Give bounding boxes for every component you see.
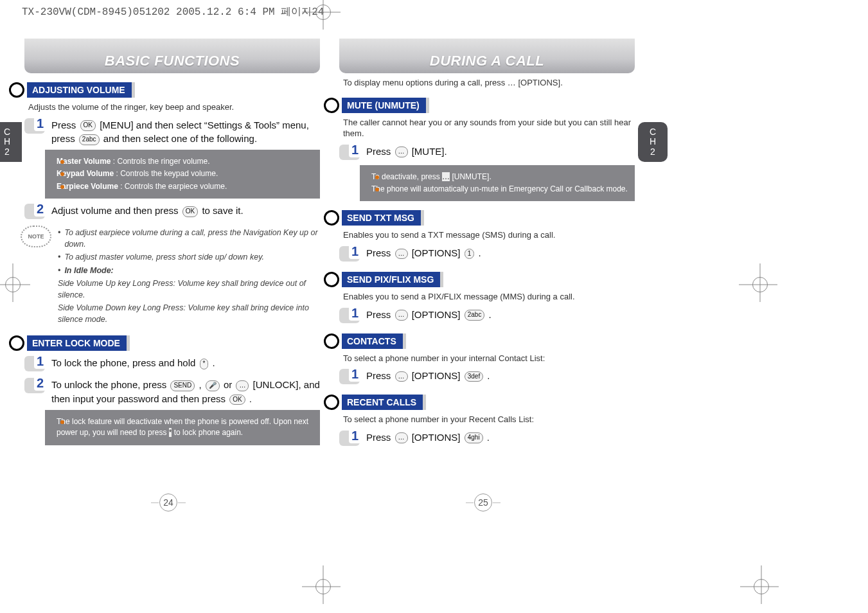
step-text: Press … [OPTIONS] 1 . <box>366 246 481 260</box>
star-key-icon: * <box>169 428 172 437</box>
step-number-icon: 2 <box>24 378 45 395</box>
ok-key-icon: OK <box>229 395 245 405</box>
section-header: SEND PIX/FLIX MSG <box>324 272 635 287</box>
chapter-tab: C H 2 <box>638 122 668 162</box>
step-number-icon: 1 <box>339 145 360 161</box>
section-description: Adjusts the volume of the ringer, key be… <box>28 102 320 113</box>
bullet-icon <box>324 210 339 226</box>
send-key-icon: SEND <box>170 380 195 391</box>
section-title: ENTER LOCK MODE <box>27 335 127 351</box>
ok-key-icon: OK <box>182 206 198 217</box>
key-1-icon: 1 <box>465 249 475 260</box>
bullet-icon <box>324 98 339 113</box>
section-title: RECENT CALLS <box>342 395 423 410</box>
step: 2 To unlock the phone, press SEND , 🎤 or… <box>24 378 320 406</box>
step-number-icon: 1 <box>339 308 360 324</box>
section-description: Enables you to send a TXT message (SMS) … <box>343 229 635 241</box>
section-title: SEND PIX/FLIX MSG <box>342 272 440 287</box>
step-number-icon: 1 <box>339 431 360 447</box>
soft-key-icon: … <box>395 249 408 260</box>
key-2-icon: 2abc <box>79 134 100 145</box>
step-number-icon: 1 <box>339 246 360 263</box>
info-text: The phone will automatically un-mute in … <box>371 184 628 193</box>
step-number-icon: 1 <box>24 118 45 135</box>
soft-key-icon: … <box>395 147 408 157</box>
section-header: CONTACTS <box>324 333 635 349</box>
chapter-h: H <box>4 137 10 147</box>
step: 1 Press … [MUTE]. <box>339 145 635 161</box>
page-left: C H 2 BASIC FUNCTIONS ADJUSTING VOLUME A… <box>24 39 320 451</box>
key-3-icon: 3def <box>465 371 483 382</box>
note: NOTE •To adjust earpiece volume during a… <box>21 226 320 326</box>
page-number: 25 <box>474 493 492 511</box>
soft-key-icon: … <box>395 371 408 382</box>
step-text: To lock the phone, press and hold * . <box>51 356 215 370</box>
bullet-icon <box>324 395 339 410</box>
section-description: To select a phone number in your interna… <box>343 353 635 364</box>
step-text: To unlock the phone, press SEND , 🎤 or …… <box>51 378 320 406</box>
page-right: C H 2 DURING A CALL To display menu opti… <box>339 39 635 451</box>
section-header: SEND TXT MSG <box>324 210 635 226</box>
note-icon: NOTE <box>21 226 51 247</box>
step: 1 Press … [OPTIONS] 1 . <box>339 246 635 263</box>
page-title: DURING A CALL <box>339 39 635 73</box>
chapter-c: C <box>4 127 10 137</box>
register-mark-icon <box>753 578 770 595</box>
key-4-icon: 4ghi <box>465 432 483 443</box>
page-number: 24 <box>159 493 177 511</box>
section-header: ADJUSTING VOLUME <box>9 82 320 98</box>
section-title: MUTE (UNMUTE) <box>342 98 426 113</box>
soft-key-icon: … <box>442 172 450 181</box>
step: 1 To lock the phone, press and hold * . <box>24 356 320 373</box>
info-text: : Controls the earpiece volume. <box>118 182 227 191</box>
step: 1 Press … [OPTIONS] 4ghi . <box>339 431 635 447</box>
note-text: •To adjust earpiece volume during a call… <box>58 226 320 326</box>
crop-header: TX-230VW(CDM-8945)051202 2005.12.2 6:4 P… <box>0 0 868 19</box>
step-text: Press … [MUTE]. <box>366 145 447 159</box>
section-header: MUTE (UNMUTE) <box>324 98 635 113</box>
info-term: Earpiece Volume <box>57 182 118 191</box>
info-text: : Controls the ringer volume. <box>111 157 209 166</box>
section-title: ADJUSTING VOLUME <box>27 82 132 98</box>
step: 2 Adjust volume and then press OK to sav… <box>24 204 320 220</box>
bullet-icon <box>9 82 24 98</box>
step-number-icon: 1 <box>339 369 360 386</box>
voice-key-icon: 🎤 <box>206 380 220 391</box>
step-text: Adjust volume and then press OK to save … <box>51 204 244 218</box>
step: 1 Press … [OPTIONS] 2abc . <box>339 308 635 324</box>
info-box: To deactivate, press … [UNMUTE]. The pho… <box>360 165 635 202</box>
key-2-icon: 2abc <box>465 310 485 321</box>
step-text: Press OK [MENU] and then select “Setting… <box>51 118 320 147</box>
soft-key-icon: … <box>395 310 408 321</box>
step: 1 Press … [OPTIONS] 3def . <box>339 369 635 386</box>
register-mark-icon <box>4 276 21 293</box>
step-text: Press … [OPTIONS] 2abc . <box>366 308 492 322</box>
chapter-c: C <box>650 127 656 137</box>
register-mark-icon <box>315 578 332 595</box>
step-number-icon: 1 <box>24 356 45 373</box>
soft-key-icon: … <box>395 432 408 443</box>
chapter-tab: C H 2 <box>0 122 22 162</box>
section-description: The caller cannot hear you or any sounds… <box>343 117 635 139</box>
section-description: Enables you to send a PIX/FLIX message (… <box>343 291 635 303</box>
ok-key-icon: OK <box>80 120 96 131</box>
step-text: Press … [OPTIONS] 4ghi . <box>366 431 490 445</box>
info-box: Master Volume : Controls the ringer volu… <box>45 150 320 199</box>
info-term: Master Volume <box>57 157 111 166</box>
section-title: SEND TXT MSG <box>342 210 421 226</box>
page-title: BASIC FUNCTIONS <box>24 39 320 73</box>
section-header: RECENT CALLS <box>324 395 635 410</box>
step: 1 Press OK [MENU] and then select “Setti… <box>24 118 320 147</box>
info-box: The lock feature will deactivate when th… <box>45 410 320 445</box>
step-text: Press … [OPTIONS] 3def . <box>366 369 490 383</box>
section-header: ENTER LOCK MODE <box>9 335 320 351</box>
info-text: : Controls the keypad volume. <box>114 169 218 178</box>
section-description: To select a phone number in your Recent … <box>343 414 635 425</box>
soft-key-icon: … <box>508 78 516 87</box>
step-number-icon: 2 <box>24 204 45 220</box>
section-description: To display menu options during a call, p… <box>343 77 635 89</box>
section-title: CONTACTS <box>342 333 403 349</box>
register-mark-icon <box>315 4 332 21</box>
chapter-num: 2 <box>650 147 655 157</box>
chapter-h: H <box>650 137 656 147</box>
